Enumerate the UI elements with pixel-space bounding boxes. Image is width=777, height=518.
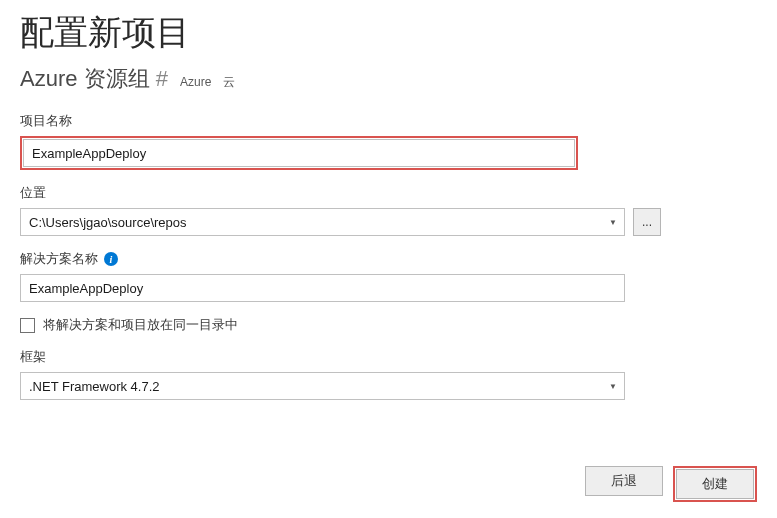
footer-buttons: 后退 创建 <box>585 466 757 502</box>
location-group: 位置 ▼ ... <box>20 184 757 236</box>
same-directory-checkbox[interactable] <box>20 318 35 333</box>
framework-select-wrap: ▼ <box>20 372 625 400</box>
page-title: 配置新项目 <box>20 10 757 56</box>
create-button[interactable]: 创建 <box>676 469 754 499</box>
project-name-input[interactable] <box>23 139 575 167</box>
framework-select[interactable] <box>20 372 625 400</box>
project-type-subtitle: Azure 资源组 # <box>20 64 168 94</box>
solution-name-label: 解决方案名称 i <box>20 250 757 268</box>
create-button-highlight: 创建 <box>673 466 757 502</box>
framework-group: 框架 ▼ <box>20 348 757 400</box>
tag-azure: Azure <box>180 75 211 89</box>
solution-name-group: 解决方案名称 i <box>20 250 757 302</box>
project-name-label: 项目名称 <box>20 112 757 130</box>
browse-button[interactable]: ... <box>633 208 661 236</box>
location-input[interactable] <box>20 208 625 236</box>
same-directory-row: 将解决方案和项目放在同一目录中 <box>20 316 757 334</box>
solution-name-input[interactable] <box>20 274 625 302</box>
location-select-wrap: ▼ <box>20 208 625 236</box>
tag-cloud: 云 <box>223 74 235 91</box>
back-button[interactable]: 后退 <box>585 466 663 496</box>
framework-label: 框架 <box>20 348 757 366</box>
info-icon: i <box>104 252 118 266</box>
subtitle-row: Azure 资源组 # Azure 云 <box>20 64 757 94</box>
project-name-group: 项目名称 <box>20 112 757 170</box>
project-name-highlight <box>20 136 578 170</box>
location-label: 位置 <box>20 184 757 202</box>
same-directory-label: 将解决方案和项目放在同一目录中 <box>43 316 238 334</box>
